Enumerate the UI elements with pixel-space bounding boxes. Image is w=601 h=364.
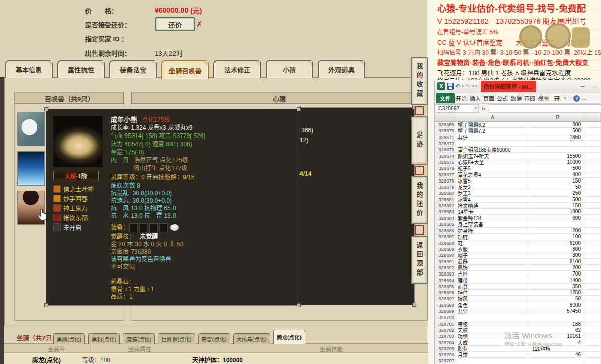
row-number[interactable]: 328705: [435, 346, 456, 351]
row-number[interactable]: 328682: [435, 203, 456, 208]
row-number[interactable]: 328697: [435, 296, 456, 301]
cell-b[interactable]: 50: [529, 184, 586, 190]
row-number[interactable]: 328678: [435, 178, 456, 184]
cell-b[interactable]: 400: [529, 171, 586, 177]
cell-a[interactable]: 心猿8+大圣: [456, 159, 529, 165]
spreadsheet-row[interactable]: 328679 龙女3 50: [435, 184, 601, 190]
cell-a[interactable]: 共计: [456, 134, 529, 140]
cell-c[interactable]: [586, 215, 601, 220]
cell-a[interactable]: 妃子5: [456, 165, 529, 171]
cell-a[interactable]: 月饼: [456, 352, 529, 357]
cell-a[interactable]: 衣服: [456, 246, 529, 252]
cell-b[interactable]: 15500: [529, 153, 586, 158]
row-number[interactable]: 328684: [435, 215, 456, 220]
cell-a[interactable]: 等级: [456, 321, 529, 327]
row-number[interactable]: 328685: [435, 221, 456, 227]
cell-a[interactable]: [456, 141, 529, 146]
spreadsheet-row[interactable]: 328670 帽子强霸7.2 500: [435, 128, 601, 134]
spreadsheet-row[interactable]: 328687 项链 100: [435, 234, 601, 240]
cell-c[interactable]: [586, 302, 601, 308]
cell-a[interactable]: 符文精通: [456, 203, 529, 208]
spreadsheet-row[interactable]: 328700: [435, 314, 601, 321]
cell-b[interactable]: 8000: [529, 302, 586, 308]
cell-c[interactable]: [586, 259, 601, 264]
spreadsheet-row[interactable]: 328678 冰雪5 150: [435, 178, 601, 184]
cell-b[interactable]: 1400: [529, 277, 586, 283]
cell-c[interactable]: [586, 203, 601, 208]
tab[interactable]: 法术修正: [213, 60, 261, 78]
cell-c[interactable]: [586, 159, 601, 165]
row-number[interactable]: 328695: [435, 284, 456, 289]
mount-tab[interactable]: 大风鸟(点化): [233, 333, 271, 344]
cell-c[interactable]: [586, 246, 601, 252]
cell-b[interactable]: [529, 221, 586, 227]
cell-c[interactable]: [586, 209, 601, 214]
spreadsheet-row[interactable]: 328676 妃子5 500: [435, 165, 601, 171]
row-number[interactable]: 328688: [435, 240, 456, 246]
ribbon-tab[interactable]: 审阅: [523, 94, 537, 102]
cell-c[interactable]: [586, 284, 601, 289]
cell-b[interactable]: 700: [529, 271, 586, 277]
cell-c[interactable]: [586, 190, 601, 196]
quickaccess-caret-icon[interactable]: ▾: [475, 84, 477, 88]
fx-icon[interactable]: fx: [482, 105, 486, 111]
cell-b[interactable]: 500: [529, 165, 586, 171]
name-box-caret-icon[interactable]: ▾: [473, 104, 479, 113]
row-number[interactable]: 328687: [435, 234, 456, 239]
cell-b[interactable]: 200: [529, 228, 586, 233]
cell-c[interactable]: [586, 141, 601, 146]
spreadsheet-row[interactable]: 328674 颜如玉7+听天 15500: [435, 153, 601, 159]
cell-b[interactable]: 6100: [529, 240, 586, 246]
row-number[interactable]: 328689: [435, 246, 456, 252]
row-number[interactable]: 328703: [435, 333, 456, 339]
cell-c[interactable]: [586, 178, 601, 184]
mount-tab[interactable]: 黑熊(点化): [53, 333, 85, 344]
cell-c[interactable]: [586, 346, 601, 351]
mount-table-row[interactable]: 腾龙(点化) 等级：100 天神护体：100000: [4, 353, 428, 364]
ribbon-tab[interactable]: 开始: [455, 94, 468, 102]
excel-titlebar[interactable]: X ↶ ▾ ↷ ▾ ▾ 估价详细清单 - Mi... ─ □: [435, 80, 601, 93]
mount-tab[interactable]: 巨翼狮(点化): [158, 333, 195, 344]
spreadsheet-row[interactable]: 328683 14星卡 1800: [435, 209, 601, 215]
cell-a[interactable]: 颜如玉7+听天: [456, 153, 529, 158]
spreadsheet-row[interactable]: 328682 符文精通 150: [435, 203, 601, 209]
cell-a[interactable]: 帽子强霸7.2: [456, 128, 529, 133]
spreadsheet-row[interactable]: 328675 心猿8+大圣 10000: [435, 159, 601, 165]
undo-icon[interactable]: ↶: [455, 83, 460, 90]
cell-a[interactable]: 帽子强霸6.2: [456, 122, 529, 127]
cell-b[interactable]: 350: [529, 284, 586, 289]
cell-b[interactable]: [529, 147, 586, 152]
spreadsheet-row[interactable]: 328699 共计 57450: [435, 308, 601, 314]
mount-tab[interactable]: 黑豹(点化): [88, 333, 120, 344]
redo-icon[interactable]: ↷: [465, 83, 470, 90]
row-number[interactable]: 328706: [435, 352, 456, 357]
heart-icon[interactable]: ♡: [568, 96, 572, 101]
cell-a[interactable]: [456, 314, 529, 320]
cell-b[interactable]: [529, 358, 586, 363]
cell-c[interactable]: [586, 290, 601, 295]
cell-b[interactable]: 250: [529, 190, 586, 196]
spreadsheet-row[interactable]: 328672: [435, 141, 601, 147]
cell-c[interactable]: [586, 321, 601, 327]
cell-c[interactable]: [586, 333, 601, 339]
cell-c[interactable]: [586, 339, 601, 345]
cell-b[interactable]: 500: [529, 197, 586, 202]
cell-b[interactable]: 100: [529, 234, 586, 239]
cell-c[interactable]: [586, 171, 601, 177]
row-number[interactable]: 328683: [435, 209, 456, 214]
row-number[interactable]: 328680: [435, 190, 456, 196]
cell-b[interactable]: 200: [529, 265, 586, 270]
cell-b[interactable]: [529, 141, 586, 146]
cell-c[interactable]: [586, 153, 601, 158]
spreadsheet-row[interactable]: 328688 鞋 6100: [435, 240, 601, 246]
select-all-corner[interactable]: [435, 113, 456, 121]
spreadsheet-row[interactable]: 328692 佩饰 200: [435, 265, 601, 271]
row-number[interactable]: 328699: [435, 308, 456, 314]
cell-c[interactable]: [586, 296, 601, 301]
undo-caret-icon[interactable]: ▾: [462, 84, 464, 88]
spreadsheet-row[interactable]: 328707: [435, 358, 601, 364]
cell-a[interactable]: 罗王3: [456, 190, 529, 196]
cell-b[interactable]: 500: [529, 128, 586, 133]
row-number[interactable]: 328676: [435, 165, 456, 171]
spreadsheet-row[interactable]: 328691 武器 8100: [435, 259, 601, 265]
